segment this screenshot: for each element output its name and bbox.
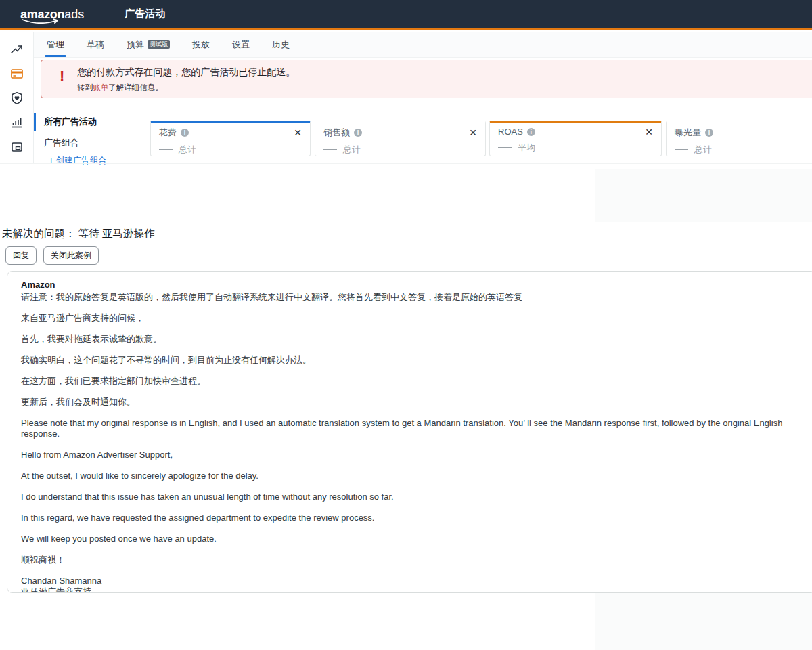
billing-credit-card-icon[interactable] [10, 67, 24, 81]
beta-badge: 测试版 [148, 40, 170, 49]
metric-title: ROAS [498, 127, 523, 137]
amazon-smile-icon [21, 18, 64, 27]
reply-button[interactable]: 回复 [5, 246, 37, 265]
message-paragraph: Hello from Amazon Advertiser Support, [21, 450, 802, 460]
tab-label: 历史 [272, 39, 290, 51]
support-message-card: Amazon 请注意：我的原始答复是英语版的，然后我使用了自动翻译系统来进行中文… [7, 271, 812, 593]
billing-link[interactable]: 账单 [93, 83, 108, 91]
message-paragraph: Chandan Shamanna 亚马逊广告商支持 [21, 576, 802, 593]
info-icon[interactable]: i [354, 129, 362, 137]
create-portfolio-link[interactable]: + 创建广告组合 [34, 155, 148, 167]
logo-ads-text: ads [64, 7, 84, 21]
remove-metric-icon[interactable]: ✕ [469, 128, 477, 137]
message-paragraph: 来自亚马逊广告商支持的问候， [21, 313, 802, 324]
info-icon[interactable]: i [181, 129, 189, 137]
page-title: 广告活动 [125, 7, 165, 20]
tab-label: 管理 [47, 39, 64, 51]
message-paragraph: 首先，我要对拖延表示诚挚的歉意。 [21, 334, 802, 345]
metric-card-impressions: 曝光量i✕总计 [666, 121, 812, 156]
placeholder-block-bottom [595, 592, 812, 650]
payment-alert-banner: ! 您的付款方式存在问题，您的广告活动已停止配送。 转到账单了解详细信息。 [41, 60, 812, 98]
legend-line-swatch [159, 149, 173, 150]
metric-card-spend: 花费i✕总计 [150, 121, 311, 156]
info-icon[interactable]: i [705, 129, 713, 137]
case-status-title: 未解决的问题： 等待 亚马逊操作 [2, 227, 155, 241]
metric-card-sales: 销售额i✕总计 [315, 121, 486, 156]
message-paragraph: Please note that my original response is… [21, 418, 802, 439]
metric-legend: 总计 [323, 144, 477, 156]
measurement-bars-icon[interactable] [10, 116, 24, 129]
message-body: 请注意：我的原始答复是英语版的，然后我使用了自动翻译系统来进行中文翻译。您将首先… [21, 292, 802, 593]
case-actions: 回复 关闭此案例 [5, 246, 99, 265]
message-paragraph: At the outset, I would like to sincerely… [21, 471, 802, 481]
legend-label: 平均 [518, 142, 535, 154]
tab-label: 设置 [232, 39, 250, 51]
metric-card-header: 曝光量i✕ [675, 127, 812, 139]
top-navbar: amazonads 广告活动 [0, 0, 812, 30]
alert-body: 您的付款方式存在问题，您的广告活动已停止配送。 转到账单了解详细信息。 [77, 66, 295, 93]
message-paragraph: In this regard, we have requested the as… [21, 513, 802, 523]
message-paragraph: 顺祝商祺！ [21, 555, 802, 565]
message-paragraph: 在这方面，我们已要求指定部门加快审查进程。 [21, 376, 802, 387]
remove-metric-icon[interactable]: ✕ [294, 128, 302, 137]
tab-settings[interactable]: 设置 [230, 32, 252, 57]
tab-delivery[interactable]: 投放 [190, 32, 212, 57]
metric-title: 花费 [159, 127, 177, 139]
metric-legend: 总计 [159, 144, 302, 156]
message-paragraph: 我确实明白，这个问题花了不寻常的时间，到目前为止没有任何解决办法。 [21, 355, 802, 366]
legend-label: 总计 [694, 144, 712, 156]
message-paragraph: 请注意：我的原始答复是英语版的，然后我使用了自动翻译系统来进行中文翻译。您将首先… [21, 292, 802, 303]
brand-shield-heart-icon[interactable] [10, 91, 24, 105]
tab-label: 草稿 [87, 39, 104, 51]
metric-title: 曝光量 [675, 127, 701, 139]
legend-line-swatch [323, 149, 337, 150]
left-icon-rail [0, 32, 34, 163]
trending-up-icon[interactable] [10, 43, 24, 56]
tab-manage[interactable]: 管理 [45, 32, 66, 57]
tab-history[interactable]: 历史 [270, 32, 292, 57]
alert-exclamation-icon: ! [60, 68, 64, 85]
metric-title: 销售额 [323, 127, 350, 139]
legend-line-swatch [675, 149, 688, 150]
close-case-button[interactable]: 关闭此案例 [43, 246, 99, 265]
tab-label: 投放 [192, 39, 210, 51]
metric-legend: 总计 [675, 144, 812, 156]
remove-metric-icon[interactable]: ✕ [645, 127, 653, 137]
section-divider [0, 163, 812, 164]
info-icon[interactable]: i [527, 128, 535, 136]
nav-portfolios[interactable]: 广告组合 [34, 134, 148, 152]
legend-label: 总计 [343, 144, 361, 156]
message-paragraph: I do understand that this issue has take… [21, 492, 802, 502]
amazon-ads-logo[interactable]: amazonads [20, 7, 84, 21]
alert-detail: 转到账单了解详细信息。 [77, 83, 295, 93]
legend-line-swatch [498, 147, 512, 148]
creative-assets-icon[interactable] [10, 140, 24, 154]
tab-drafts[interactable]: 草稿 [85, 32, 106, 57]
message-paragraph: We will keep you posted once we have an … [21, 534, 802, 544]
message-paragraph: 更新后，我们会及时通知你。 [21, 397, 802, 408]
campaign-nav: 所有广告活动 广告组合 + 创建广告组合 [34, 113, 148, 167]
metric-card-roas: ROASi✕平均 [489, 121, 662, 156]
metric-legend: 平均 [498, 142, 653, 154]
tab-label: 预算 [127, 39, 144, 51]
legend-label: 总计 [179, 144, 196, 156]
nav-all-campaigns[interactable]: 所有广告活动 [34, 113, 148, 131]
message-sender: Amazon [21, 280, 802, 290]
alert-detail-prefix: 转到 [77, 83, 93, 91]
alert-detail-suffix: 了解详细信息。 [108, 83, 163, 91]
metric-card-header: ROASi✕ [498, 127, 653, 137]
placeholder-block-top [595, 169, 812, 222]
metric-card-header: 销售额i✕ [323, 127, 477, 139]
metric-card-header: 花费i✕ [159, 127, 302, 139]
tab-budgets[interactable]: 预算测试版 [125, 32, 172, 57]
alert-title: 您的付款方式存在问题，您的广告活动已停止配送。 [77, 66, 295, 79]
tab-bar: 管理草稿预算测试版投放设置历史 [34, 32, 812, 58]
